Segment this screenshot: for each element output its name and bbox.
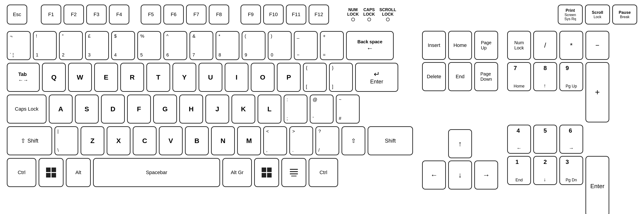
key-arrow-up[interactable]: ↑: [448, 129, 472, 158]
key-page-up[interactable]: PageUp: [474, 31, 498, 60]
key-ctrl-right[interactable]: Ctrl: [308, 158, 338, 187]
key-6[interactable]: ^ 6: [164, 31, 187, 60]
key-h[interactable]: H: [179, 95, 203, 124]
key-backslash[interactable]: | \: [54, 126, 78, 155]
key-home[interactable]: Home: [448, 31, 472, 60]
key-minus[interactable]: _ −: [294, 31, 318, 60]
key-scroll-lock[interactable]: Scroll Lock: [585, 4, 610, 24]
key-np-3[interactable]: 3 Pg Dn: [559, 156, 583, 185]
key-np-8[interactable]: 8 ↑: [533, 62, 557, 91]
key-f12[interactable]: F12: [308, 4, 329, 24]
key-i[interactable]: I: [225, 63, 248, 92]
key-backtick[interactable]: ¬ ` ¦: [7, 31, 31, 60]
key-delete[interactable]: Delete: [422, 62, 446, 91]
key-shift-left[interactable]: ⇧ Shift: [7, 126, 52, 155]
key-page-down[interactable]: PageDown: [474, 62, 498, 91]
key-s[interactable]: S: [75, 95, 99, 124]
key-equals[interactable]: + =: [320, 31, 344, 60]
key-caps-lock[interactable]: Caps Lock: [7, 95, 46, 124]
key-8[interactable]: * 8: [216, 31, 240, 60]
key-f6[interactable]: F6: [164, 4, 184, 24]
key-b[interactable]: B: [185, 126, 209, 155]
key-shift-right[interactable]: Shift: [368, 126, 413, 155]
key-backspace[interactable]: Back space ←: [346, 31, 394, 60]
key-win-right[interactable]: [254, 158, 279, 187]
key-np-6[interactable]: 6 →: [559, 125, 583, 154]
key-q[interactable]: Q: [42, 63, 66, 92]
key-o[interactable]: O: [251, 63, 274, 92]
key-np-minus[interactable]: −: [586, 31, 609, 60]
key-arrow-right[interactable]: →: [474, 161, 498, 190]
key-9[interactable]: ( 9: [242, 31, 266, 60]
key-hash[interactable]: ~ #: [336, 95, 360, 124]
key-u[interactable]: U: [198, 63, 222, 92]
key-fwdslash[interactable]: ? /: [316, 126, 339, 155]
key-np-4[interactable]: 4 ←: [507, 125, 531, 154]
key-w[interactable]: W: [68, 63, 92, 92]
key-tab[interactable]: Tab ←→: [7, 63, 40, 92]
key-menu[interactable]: [282, 158, 306, 187]
key-f10[interactable]: F10: [263, 4, 284, 24]
key-m[interactable]: M: [237, 126, 261, 155]
key-5[interactable]: % 5: [137, 31, 161, 60]
key-g[interactable]: G: [153, 95, 177, 124]
key-f2[interactable]: F2: [64, 4, 84, 24]
key-np-5[interactable]: 5: [533, 125, 557, 154]
key-1[interactable]: ! 1: [33, 31, 57, 60]
key-y[interactable]: Y: [172, 63, 196, 92]
key-end[interactable]: End: [448, 62, 472, 91]
key-j[interactable]: J: [205, 95, 229, 124]
key-2[interactable]: " 2: [59, 31, 83, 60]
key-a[interactable]: A: [49, 95, 72, 124]
key-np-plus[interactable]: +: [586, 62, 609, 122]
key-7[interactable]: & 7: [190, 31, 213, 60]
key-f1[interactable]: F1: [41, 4, 61, 24]
key-period[interactable]: > .: [289, 126, 313, 155]
key-np-9[interactable]: 9 Pg Up: [559, 62, 583, 91]
key-f7[interactable]: F7: [186, 4, 206, 24]
key-shift-sym[interactable]: ⇧: [342, 126, 365, 155]
key-spacebar[interactable]: Spacebar: [93, 158, 220, 187]
key-v[interactable]: V: [159, 126, 183, 155]
key-p[interactable]: P: [277, 63, 301, 92]
key-open-bracket[interactable]: { [: [303, 63, 327, 92]
key-f5[interactable]: F5: [141, 4, 161, 24]
key-0[interactable]: ) 0: [268, 31, 292, 60]
key-l[interactable]: L: [258, 95, 282, 124]
key-4[interactable]: $ 4: [111, 31, 135, 60]
key-ctrl-left[interactable]: Ctrl: [7, 158, 36, 187]
key-f3[interactable]: F3: [86, 4, 107, 24]
key-np-star[interactable]: *: [559, 31, 583, 60]
key-f9[interactable]: F9: [240, 4, 261, 24]
key-print-screen[interactable]: Print Screen Sys Rq: [558, 4, 583, 24]
key-f4[interactable]: F4: [109, 4, 129, 24]
key-win-left[interactable]: [38, 158, 64, 187]
key-f8[interactable]: F8: [209, 4, 229, 24]
key-f11[interactable]: F11: [286, 4, 306, 24]
key-close-bracket[interactable]: } ]: [329, 63, 353, 92]
key-comma[interactable]: < ,: [263, 126, 287, 155]
key-r[interactable]: R: [120, 63, 144, 92]
key-k[interactable]: K: [232, 95, 255, 124]
key-np-enter[interactable]: Enter: [586, 156, 609, 214]
key-n[interactable]: N: [211, 126, 235, 155]
key-enter[interactable]: ↵ Enter: [355, 63, 398, 92]
key-x[interactable]: X: [107, 126, 130, 155]
key-f[interactable]: F: [127, 95, 151, 124]
key-np-7[interactable]: 7 Home: [507, 62, 531, 91]
key-z[interactable]: Z: [80, 126, 104, 155]
key-alt-left[interactable]: Alt: [66, 158, 91, 187]
key-d[interactable]: D: [101, 95, 125, 124]
key-insert[interactable]: Insert: [422, 31, 446, 60]
key-esc[interactable]: Esc: [7, 4, 27, 24]
key-num-lock[interactable]: NumLock: [507, 31, 531, 60]
key-c[interactable]: C: [133, 126, 156, 155]
key-quote[interactable]: @ ': [310, 95, 334, 124]
key-e[interactable]: E: [94, 63, 118, 92]
key-arrow-down[interactable]: ↓: [448, 161, 472, 190]
key-np-slash[interactable]: /: [533, 31, 557, 60]
key-arrow-left[interactable]: ←: [422, 161, 446, 190]
key-np-1[interactable]: 1 End: [507, 156, 531, 185]
key-np-2[interactable]: 2 ↓: [533, 156, 557, 185]
key-pause-break[interactable]: Pause Break: [612, 4, 637, 24]
